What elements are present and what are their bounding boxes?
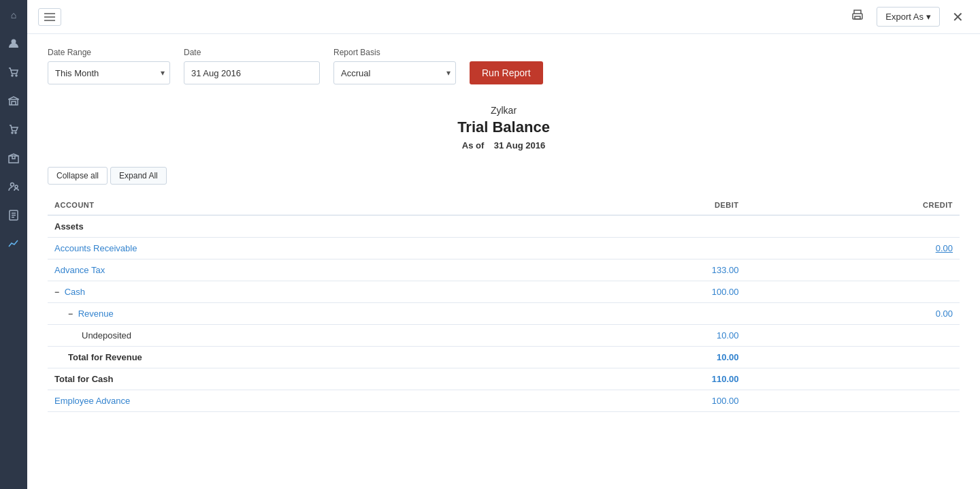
svg-point-2 (16, 75, 17, 76)
svg-rect-17 (855, 16, 860, 19)
credit-value (746, 259, 960, 281)
revenue-link[interactable]: Revenue (78, 309, 114, 319)
svg-point-8 (15, 185, 18, 188)
contact-icon[interactable] (5, 178, 22, 195)
collapse-all-button[interactable]: Collapse all (48, 167, 108, 185)
analytics-icon[interactable] (5, 236, 22, 252)
total-debit: 110.00 (546, 368, 746, 390)
export-arrow-icon: ▾ (926, 12, 931, 22)
content-area: Date Range This Month Last Month This Qu… (27, 34, 980, 489)
account-name: Advance Tax (48, 259, 546, 281)
svg-rect-3 (10, 99, 18, 105)
employee-advance-link[interactable]: Employee Advance (54, 396, 130, 406)
table-row: Employee Advance 100.00 (48, 390, 960, 412)
credit-header: CREDIT (746, 195, 960, 215)
cart-icon[interactable] (5, 121, 22, 138)
svg-rect-6 (9, 156, 18, 163)
as-of-date: 31 Aug 2016 (494, 140, 545, 151)
print-button[interactable] (845, 6, 870, 27)
debit-value (546, 238, 746, 259)
topbar-right: Export As ▾ ✕ (845, 6, 969, 28)
table-row: − Revenue 0.00 (48, 303, 960, 325)
credit-value (746, 390, 960, 412)
table-row: Total for Cash 110.00 (48, 368, 960, 390)
building-icon[interactable] (5, 93, 22, 109)
account-name: − Cash (48, 281, 546, 303)
date-range-select-wrapper: This Month Last Month This Quarter This … (48, 61, 170, 84)
account-name: − Revenue (48, 303, 546, 325)
total-debit: 10.00 (546, 347, 746, 368)
box-icon[interactable] (5, 150, 22, 166)
collapse-icon[interactable]: − (54, 287, 59, 297)
svg-point-5 (15, 132, 16, 133)
table-row: − Cash 100.00 (48, 281, 960, 303)
report-title: Trial Balance (48, 119, 960, 136)
category-label: Assets (48, 215, 546, 238)
table-row: Undeposited 10.00 (48, 325, 960, 347)
topbar-left (38, 8, 61, 26)
report-basis-group: Report Basis Accrual Cash (333, 48, 456, 84)
report-table: ACCOUNT DEBIT CREDIT Assets Accounts Rec… (48, 195, 960, 412)
account-name: Accounts Receivable (48, 238, 546, 259)
total-label: Total for Revenue (48, 347, 546, 368)
ledger-icon[interactable] (5, 207, 22, 223)
total-credit (746, 368, 960, 390)
credit-value (746, 325, 960, 347)
report-company: Zylkar (48, 105, 960, 116)
category-debit (546, 215, 746, 238)
svg-point-7 (11, 183, 14, 187)
export-label: Export As (885, 12, 924, 22)
date-label: Date (184, 48, 320, 57)
report-basis-select[interactable]: Accrual Cash (333, 61, 456, 84)
run-report-button[interactable]: Run Report (470, 61, 543, 84)
main-area: Export As ▾ ✕ Date Range This Month Last… (27, 0, 980, 489)
debit-value: 100.00 (546, 281, 746, 303)
export-button[interactable]: Export As ▾ (877, 7, 940, 27)
credit-value: 0.00 (746, 238, 960, 259)
account-name: Undeposited (48, 325, 546, 347)
hamburger-button[interactable] (38, 8, 61, 26)
category-credit (746, 215, 960, 238)
cash-link[interactable]: Cash (65, 287, 85, 297)
debit-value: 10.00 (546, 325, 746, 347)
topbar: Export As ▾ ✕ (27, 0, 980, 34)
date-input[interactable] (184, 61, 320, 84)
home-icon[interactable]: ⌂ (5, 7, 22, 23)
date-group: Date (184, 48, 320, 84)
filter-bar: Date Range This Month Last Month This Qu… (48, 48, 960, 84)
report-basis-select-wrapper: Accrual Cash (333, 61, 456, 84)
as-of-label: As of (462, 140, 485, 151)
accounts-receivable-credit[interactable]: 0.00 (936, 243, 953, 253)
total-label: Total for Cash (48, 368, 546, 390)
accounts-receivable-link[interactable]: Accounts Receivable (54, 243, 137, 253)
collapse-icon[interactable]: − (68, 309, 73, 319)
report-date: As of 31 Aug 2016 (48, 140, 960, 151)
date-range-label: Date Range (48, 48, 170, 57)
account-name: Employee Advance (48, 390, 546, 412)
date-range-select[interactable]: This Month Last Month This Quarter This … (48, 61, 170, 84)
report-basis-label: Report Basis (333, 48, 456, 57)
credit-value (746, 281, 960, 303)
expand-all-button[interactable]: Expand All (110, 167, 167, 185)
table-row: Advance Tax 133.00 (48, 259, 960, 281)
total-credit (746, 347, 960, 368)
date-range-group: Date Range This Month Last Month This Qu… (48, 48, 170, 84)
svg-point-4 (12, 132, 13, 133)
collapse-expand-controls: Collapse all Expand All (48, 167, 960, 185)
advance-tax-link[interactable]: Advance Tax (54, 265, 105, 275)
account-header: ACCOUNT (48, 195, 546, 215)
debit-value: 100.00 (546, 390, 746, 412)
svg-point-1 (12, 75, 13, 76)
debit-value: 133.00 (546, 259, 746, 281)
credit-value: 0.00 (746, 303, 960, 325)
user-icon[interactable] (5, 35, 22, 52)
table-row: Total for Revenue 10.00 (48, 347, 960, 368)
close-button[interactable]: ✕ (947, 6, 969, 28)
table-row: Accounts Receivable 0.00 (48, 238, 960, 259)
table-header-row: ACCOUNT DEBIT CREDIT (48, 195, 960, 215)
report-header: Zylkar Trial Balance As of 31 Aug 2016 (48, 105, 960, 151)
debit-value (546, 303, 746, 325)
shopping-icon[interactable] (5, 64, 22, 80)
debit-header: DEBIT (546, 195, 746, 215)
table-row: Assets (48, 215, 960, 238)
